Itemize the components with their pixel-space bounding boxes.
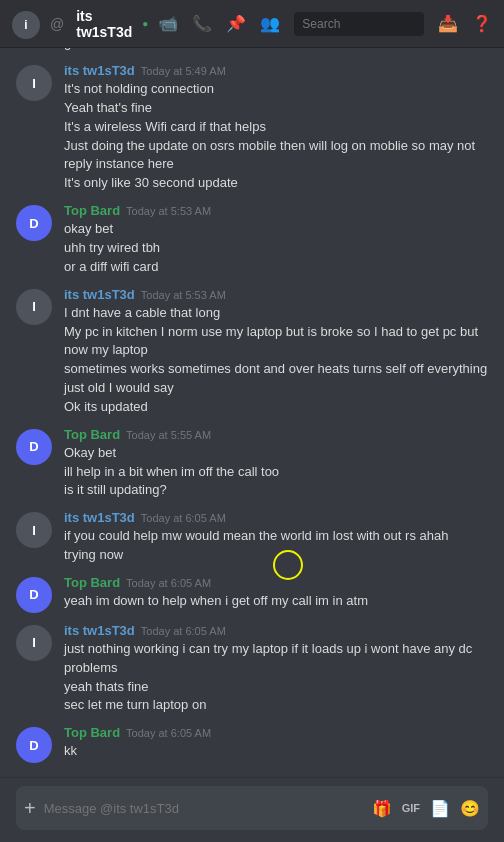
message-author: its tw1sT3d	[64, 623, 135, 638]
message-text: gotta be later tho cause im on a call rn	[64, 48, 488, 53]
message-input-wrapper: + 🎁 GIF 📄 😊	[16, 786, 488, 830]
message-group: D Top Bard Today at 5:53 AM okay betuhh …	[0, 199, 504, 281]
message-timestamp: Today at 6:05 AM	[141, 625, 226, 637]
message-header: its tw1sT3d Today at 5:49 AM	[64, 63, 488, 78]
message-group: D Top Bard Today at 5:49 AM yeah i can p…	[0, 48, 504, 57]
message-text: Okay bet	[64, 444, 488, 463]
members-icon[interactable]: 👥	[260, 14, 280, 33]
avatar: D	[16, 205, 52, 241]
message-content: its tw1sT3d Today at 6:05 AM just nothin…	[64, 623, 488, 715]
search-input[interactable]	[294, 12, 424, 36]
message-text: ill help in a bit when im off the call t…	[64, 463, 488, 482]
avatar: D	[16, 577, 52, 613]
message-author: its tw1sT3d	[64, 287, 135, 302]
message-group: I its tw1sT3d Today at 5:49 AM It's not …	[0, 59, 504, 197]
message-group: I its tw1sT3d Today at 6:05 AM if you co…	[0, 506, 504, 569]
message-timestamp: Today at 6:05 AM	[141, 512, 226, 524]
help-icon[interactable]: ❓	[472, 14, 492, 33]
avatar: D	[16, 429, 52, 465]
message-header: Top Bard Today at 5:55 AM	[64, 427, 488, 442]
message-text: uhh try wired tbh	[64, 239, 488, 258]
message-text: It's only like 30 second update	[64, 174, 488, 193]
message-text: if you could help mw would mean the worl…	[64, 527, 488, 546]
message-text: kk	[64, 742, 488, 761]
phone-icon[interactable]: 📞	[192, 14, 212, 33]
message-timestamp: Today at 5:53 AM	[126, 205, 211, 217]
message-text: just nothing working i can try my laptop…	[64, 640, 488, 678]
message-content: its tw1sT3d Today at 5:53 AM I dnt have …	[64, 287, 488, 417]
avatar: D	[16, 727, 52, 763]
message-text: Ok its updated	[64, 398, 488, 417]
top-bar: i @ its tw1sT3d ● 📹 📞 📌 👥 📥 ❓	[0, 0, 504, 48]
message-author: Top Bard	[64, 427, 120, 442]
message-group: D Top Bard Today at 6:05 AM yeah im down…	[0, 571, 504, 617]
message-content: its tw1sT3d Today at 5:49 AM It's not ho…	[64, 63, 488, 193]
message-group: D Top Bard Today at 5:55 AM Okay betill …	[0, 423, 504, 505]
message-header: Top Bard Today at 6:05 AM	[64, 725, 488, 740]
message-content: Top Bard Today at 6:05 AM kk	[64, 725, 488, 763]
message-header: Top Bard Today at 6:05 AM	[64, 575, 488, 590]
avatar: I	[16, 625, 52, 661]
input-bar: + 🎁 GIF 📄 😊	[0, 777, 504, 842]
message-content: Top Bard Today at 5:49 AM yeah i can pro…	[64, 48, 488, 53]
message-group: I its tw1sT3d Today at 5:53 AM I dnt hav…	[0, 283, 504, 421]
message-header: its tw1sT3d Today at 6:05 AM	[64, 623, 488, 638]
gift-icon[interactable]: 🎁	[372, 799, 392, 818]
message-text: yeah im down to help when i get off my c…	[64, 592, 488, 611]
message-content: Top Bard Today at 6:05 AM yeah im down t…	[64, 575, 488, 613]
emoji-icon[interactable]: 😊	[460, 799, 480, 818]
channel-avatar: i	[12, 11, 40, 39]
message-timestamp: Today at 6:05 AM	[126, 727, 211, 739]
message-header: its tw1sT3d Today at 5:53 AM	[64, 287, 488, 302]
message-text: is it still updating?	[64, 481, 488, 500]
avatar: I	[16, 512, 52, 548]
input-icons: 🎁 GIF 📄 😊	[372, 799, 480, 818]
message-timestamp: Today at 5:55 AM	[126, 429, 211, 441]
pin-icon[interactable]: 📌	[226, 14, 246, 33]
message-group: I its tw1sT3d Today at 6:05 AM just noth…	[0, 619, 504, 719]
video-icon[interactable]: 📹	[158, 14, 178, 33]
inbox-icon[interactable]: 📥	[438, 14, 458, 33]
message-text: Yeah that's fine	[64, 99, 488, 118]
channel-hash: @	[50, 16, 64, 32]
message-text: sec let me turn laptop on	[64, 696, 488, 715]
add-attachment-button[interactable]: +	[24, 797, 36, 820]
message-text: Just doing the update on osrs mobile the…	[64, 137, 488, 175]
message-author: Top Bard	[64, 725, 120, 740]
avatar: I	[16, 289, 52, 325]
gif-icon[interactable]: GIF	[402, 802, 420, 814]
message-author: its tw1sT3d	[64, 63, 135, 78]
message-text: It's not holding connection	[64, 80, 488, 99]
message-text: trying now	[64, 546, 488, 565]
top-bar-icons: 📹 📞 📌 👥 📥 ❓	[158, 12, 492, 36]
message-header: Top Bard Today at 5:53 AM	[64, 203, 488, 218]
channel-name: its tw1sT3d	[76, 8, 132, 40]
message-group: D Top Bard Today at 6:05 AM kk	[0, 721, 504, 767]
message-timestamp: Today at 6:05 AM	[126, 577, 211, 589]
message-timestamp: Today at 5:53 AM	[141, 289, 226, 301]
message-input[interactable]	[44, 801, 364, 816]
message-text: okay bet	[64, 220, 488, 239]
avatar: I	[16, 65, 52, 101]
sticker-icon[interactable]: 📄	[430, 799, 450, 818]
online-dot: ●	[142, 18, 148, 29]
message-text: I dnt have a cable that long	[64, 304, 488, 323]
message-content: its tw1sT3d Today at 6:05 AM if you coul…	[64, 510, 488, 565]
message-text: sometimes works sometimes dont and over …	[64, 360, 488, 398]
message-author: Top Bard	[64, 203, 120, 218]
message-text: or a diff wifi card	[64, 258, 488, 277]
messages-area[interactable]: D Top Bard Today at 5:36 AM its all good…	[0, 48, 504, 777]
message-content: Top Bard Today at 5:53 AM okay betuhh tr…	[64, 203, 488, 277]
message-author: its tw1sT3d	[64, 510, 135, 525]
message-header: its tw1sT3d Today at 6:05 AM	[64, 510, 488, 525]
message-content: Top Bard Today at 5:55 AM Okay betill he…	[64, 427, 488, 501]
message-text: It's a wireless Wifi card if that helps	[64, 118, 488, 137]
message-timestamp: Today at 5:49 AM	[141, 65, 226, 77]
message-text: yeah thats fine	[64, 678, 488, 697]
message-text: My pc in kitchen I norm use my laptop bu…	[64, 323, 488, 361]
message-author: Top Bard	[64, 575, 120, 590]
